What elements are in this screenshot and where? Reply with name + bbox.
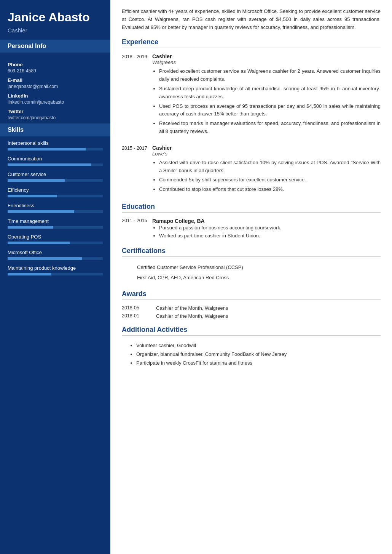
exp-bullet: Commended 5x by shift supervisors for ex… — [159, 176, 381, 184]
activities-list: Volunteer cashier, GoodwillOrganizer, bi… — [122, 341, 381, 368]
skills-section: Interpersonal skillsCommunicationCustome… — [0, 136, 110, 285]
activity-item: Organizer, biannual fundraiser, Communit… — [136, 350, 381, 359]
skill-bar-bg — [8, 148, 103, 151]
skill-name: Microsoft Office — [8, 250, 103, 255]
edu-date: 2011 - 2015 — [122, 218, 152, 240]
exp-company: Walgreens — [152, 59, 381, 65]
skill-bar-bg — [8, 273, 103, 275]
skill-bar-bg — [8, 242, 103, 244]
skill-bar-fill — [8, 257, 82, 260]
exp-bullet: Sustained deep product knowledge of all … — [159, 85, 381, 101]
award-text: Cashier of the Month, Walgreens — [156, 313, 228, 319]
sidebar-header: Janice Abasto Cashier — [0, 0, 110, 40]
skill-name: Friendliness — [8, 203, 103, 208]
activities-section: Volunteer cashier, GoodwillOrganizer, bi… — [122, 341, 381, 368]
skill-bar-fill — [8, 195, 57, 197]
contact-label: E-mail — [8, 77, 103, 83]
edu-bullets: Pursued a passion for business accountin… — [152, 224, 381, 240]
skill-item: Communication — [8, 156, 103, 166]
skill-bar-fill — [8, 226, 53, 229]
activity-item: Volunteer cashier, Goodwill — [136, 341, 381, 350]
exp-bullet: Provided excellent customer service as W… — [159, 67, 381, 83]
candidate-name: Janice Abasto — [8, 11, 103, 24]
awards-section: 2018-05Cashier of the Month, Walgreens20… — [122, 305, 381, 319]
certifications-section: Certified Customer Service Professional … — [122, 262, 381, 283]
experience-section-title: Experience — [122, 38, 381, 48]
skill-name: Efficiency — [8, 187, 103, 193]
skill-item: Maintaining product knowledge — [8, 265, 103, 275]
award-block: 2018-01Cashier of the Month, Walgreens — [122, 313, 381, 319]
skill-bar-bg — [8, 179, 103, 182]
exp-bullets: Provided excellent customer service as W… — [152, 67, 381, 135]
education-section: 2011 - 2015Ramapo College, BAPursued a p… — [122, 218, 381, 240]
contact-label: LinkedIn — [8, 93, 103, 99]
experience-section: 2018 - 2019CashierWalgreensProvided exce… — [122, 53, 381, 195]
exp-bullet: Contributed to stop loss efforts that cu… — [159, 186, 381, 194]
skill-item: Customer service — [8, 171, 103, 182]
skill-item: Time management — [8, 218, 103, 229]
skill-name: Customer service — [8, 171, 103, 177]
edu-content: Ramapo College, BAPursued a passion for … — [152, 218, 381, 240]
exp-content: CashierLowe'sAssisted with drive to rais… — [152, 145, 381, 195]
edu-bullet: Worked as part-time cashier in Student U… — [159, 232, 381, 240]
contact-value: twitter.com/janeqabasto — [8, 115, 103, 120]
exp-bullet: Received top marks in manager evaluation… — [159, 120, 381, 136]
main-content: Efficient cashier with 4+ years of exper… — [110, 0, 392, 554]
award-date: 2018-05 — [122, 305, 156, 311]
sidebar: Janice Abasto Cashier Personal Info Phon… — [0, 0, 110, 554]
skill-bar-bg — [8, 210, 103, 213]
activity-item: Participate in weekly CrossFit for stami… — [136, 359, 381, 367]
skill-bar-fill — [8, 179, 65, 182]
education-block: 2011 - 2015Ramapo College, BAPursued a p… — [122, 218, 381, 240]
contact-label: Phone — [8, 62, 103, 67]
skill-bar-bg — [8, 257, 103, 260]
exp-date: 2015 - 2017 — [122, 145, 152, 195]
contact-label: Twitter — [8, 109, 103, 114]
award-block: 2018-05Cashier of the Month, Walgreens — [122, 305, 381, 311]
skill-name: Communication — [8, 156, 103, 162]
award-text: Cashier of the Month, Walgreens — [156, 305, 228, 311]
skill-name: Interpersonal skills — [8, 140, 103, 146]
skill-bar-fill — [8, 210, 74, 213]
contact-value: janeqabasto@gmail.com — [8, 84, 103, 89]
edu-bullet: Pursued a passion for business accountin… — [159, 224, 381, 232]
skill-name: Operating POS — [8, 234, 103, 240]
skill-bar-bg — [8, 195, 103, 197]
experience-block: 2015 - 2017CashierLowe'sAssisted with dr… — [122, 145, 381, 195]
skill-bar-fill — [8, 273, 51, 275]
personal-info-section: Phone609-216-4589E-mailjaneqabasto@gmail… — [0, 53, 110, 123]
awards-section-title: Awards — [122, 290, 381, 300]
exp-job-title: Cashier — [152, 145, 381, 151]
skill-item: Microsoft Office — [8, 250, 103, 260]
personal-info-header: Personal Info — [0, 40, 110, 53]
education-section-title: Education — [122, 203, 381, 213]
exp-company: Lowe's — [152, 151, 381, 157]
activities-section-title: Additional Activities — [122, 326, 381, 336]
skills-header: Skills — [0, 123, 110, 136]
skill-bar-fill — [8, 163, 91, 166]
summary-text: Efficient cashier with 4+ years of exper… — [122, 8, 381, 31]
edu-school: Ramapo College, BA — [152, 218, 381, 224]
cert-item: First Aid, CPR, AED, American Red Cross — [122, 272, 381, 283]
skill-item: Friendliness — [8, 203, 103, 213]
skill-bar-bg — [8, 163, 103, 166]
skill-item: Operating POS — [8, 234, 103, 244]
skill-item: Efficiency — [8, 187, 103, 197]
award-date: 2018-01 — [122, 313, 156, 319]
exp-content: CashierWalgreensProvided excellent custo… — [152, 53, 381, 137]
candidate-title: Cashier — [8, 27, 103, 34]
skill-bar-fill — [8, 148, 86, 151]
certifications-section-title: Certifications — [122, 247, 381, 257]
skill-bar-fill — [8, 242, 70, 244]
skill-item: Interpersonal skills — [8, 140, 103, 151]
skill-bar-bg — [8, 226, 103, 229]
exp-job-title: Cashier — [152, 53, 381, 59]
skill-name: Time management — [8, 218, 103, 224]
exp-bullets: Assisted with drive to raise client sati… — [152, 159, 381, 194]
contact-value: 609-216-4589 — [8, 68, 103, 74]
contact-value: linkedin.com/in/janeqabasto — [8, 99, 103, 105]
skill-name: Maintaining product knowledge — [8, 265, 103, 271]
experience-block: 2018 - 2019CashierWalgreensProvided exce… — [122, 53, 381, 137]
exp-date: 2018 - 2019 — [122, 53, 152, 137]
exp-bullet: Used POS to process an average of 95 tra… — [159, 102, 381, 118]
